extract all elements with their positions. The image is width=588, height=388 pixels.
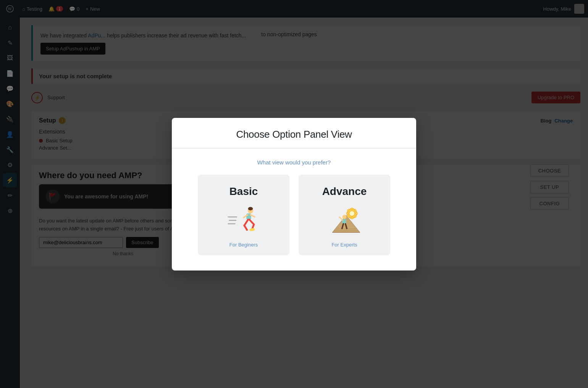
svg-point-25 — [349, 211, 355, 216]
basic-option-title: Basic — [229, 185, 258, 198]
advance-option-subtitle: For Experts — [331, 242, 357, 248]
svg-line-11 — [244, 225, 247, 230]
basic-option-subtitle: For Beginers — [229, 242, 258, 248]
advance-option-title: Advance — [322, 185, 367, 198]
modal-body: What view would you prefer? Basic — [172, 148, 416, 270]
svg-point-19 — [342, 215, 347, 219]
modal-overlay: Choose Option Panel View What view would… — [0, 0, 588, 388]
svg-rect-27 — [351, 217, 353, 219]
svg-point-6 — [248, 207, 253, 210]
svg-line-10 — [244, 220, 248, 225]
svg-rect-28 — [346, 213, 348, 214]
modal: Choose Option Panel View What view would… — [172, 118, 416, 270]
modal-title: Choose Option Panel View — [184, 129, 404, 140]
svg-point-14 — [249, 228, 255, 232]
options-row: Basic — [187, 175, 401, 255]
svg-line-23 — [339, 217, 343, 221]
advance-illustration — [325, 205, 363, 236]
svg-line-12 — [249, 220, 254, 225]
basic-option-card[interactable]: Basic — [198, 175, 289, 255]
svg-rect-26 — [351, 208, 353, 210]
modal-subtitle: What view would you prefer? — [187, 159, 401, 166]
svg-rect-29 — [356, 213, 358, 214]
advance-option-card[interactable]: Advance — [299, 175, 390, 255]
modal-header: Choose Option Panel View — [172, 118, 416, 148]
basic-illustration — [225, 205, 263, 236]
